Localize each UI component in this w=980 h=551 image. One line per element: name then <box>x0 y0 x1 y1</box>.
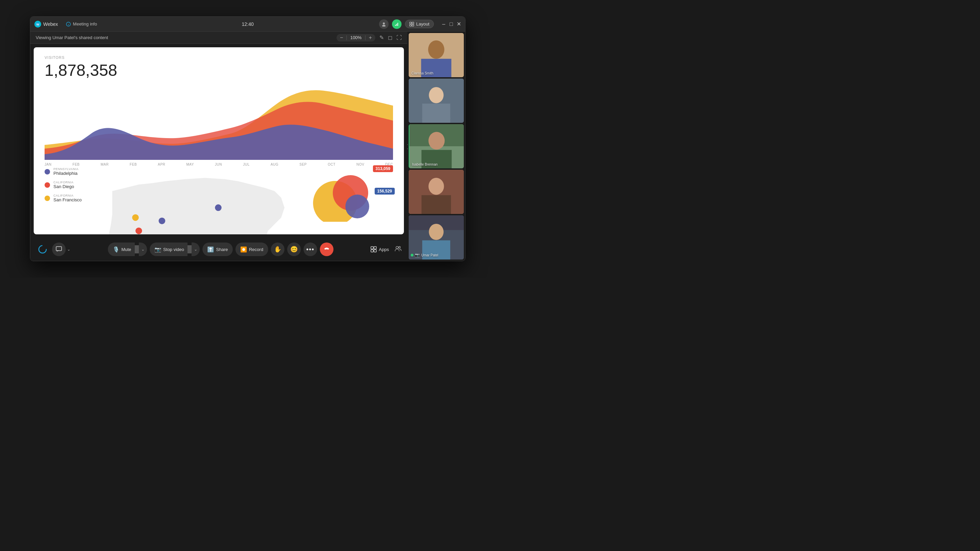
legend-text-sandiego: CALIFORNIA San Diego <box>53 181 74 189</box>
time-display: 12:40 <box>242 21 253 27</box>
reactions-icon: 😊 <box>290 246 298 253</box>
svg-point-13 <box>159 218 165 224</box>
chat-button-group[interactable]: ⌄ <box>52 243 70 256</box>
svg-rect-11 <box>410 24 411 26</box>
presenter-dot <box>411 254 414 256</box>
apps-button[interactable]: Apps <box>371 246 389 252</box>
screen-icon[interactable]: ◻ <box>388 34 392 41</box>
video-icon: 📷 <box>154 246 161 253</box>
svg-text:W: W <box>37 23 40 26</box>
bubble-label-blue: 156,529 <box>375 188 395 195</box>
video-thumb-umar[interactable]: 📷 Umar Patel <box>409 215 464 259</box>
us-map-svg <box>99 164 298 234</box>
svg-rect-21 <box>56 246 62 251</box>
layout-button[interactable]: Layout <box>405 20 434 28</box>
annotation-icon[interactable]: ✎ <box>379 34 384 41</box>
video-thumb-p4[interactable] <box>409 170 464 214</box>
svg-rect-25 <box>374 250 376 252</box>
svg-point-42 <box>428 178 444 195</box>
bubble-chart: 313,059 156,529 626,119 <box>305 164 393 234</box>
umar-presenter-indicator: 📷 Umar Patel <box>411 253 438 257</box>
video-thumb-p2[interactable] <box>409 79 464 123</box>
legend-item-sanfrancisco: CALIFORNIA San Francisco <box>45 194 92 202</box>
svg-point-19 <box>345 195 369 218</box>
dashboard-area: VISITORS 1,878,358 JAN <box>34 47 404 234</box>
share-button[interactable]: ⬆️ Share <box>202 243 233 256</box>
record-button[interactable]: ⏺️ Record <box>235 243 268 256</box>
chat-button[interactable] <box>52 243 66 256</box>
zoom-out-button[interactable]: − <box>340 35 343 40</box>
share-icon: ⬆️ <box>207 246 214 253</box>
legend-list: PENNSYLVANIA Philadelphia CALIFORNIA San… <box>45 164 92 234</box>
svg-rect-6 <box>395 25 396 26</box>
participant-video-p4 <box>409 170 464 214</box>
legend-city-sanfrancisco: San Francisco <box>53 197 82 202</box>
zoom-level: 100% <box>350 35 361 40</box>
webex-icon: W <box>34 21 41 27</box>
legend-dot-philadelphia <box>45 169 50 175</box>
webex-title: Webex <box>43 21 58 27</box>
zoom-control: − 100% + <box>337 34 375 41</box>
legend-item-philadelphia: PENNSYLVANIA Philadelphia <box>45 167 92 176</box>
legend-text-sanfrancisco: CALIFORNIA San Francisco <box>53 194 82 202</box>
mute-divider[interactable] <box>135 245 139 253</box>
svg-point-38 <box>428 132 445 150</box>
close-button[interactable]: ✕ <box>456 22 461 27</box>
share-label: Viewing Umar Patel's shared content <box>36 35 332 40</box>
stop-video-label: Stop video <box>163 247 184 252</box>
participants-button[interactable] <box>395 245 402 254</box>
chat-icon <box>56 246 62 252</box>
layout-label: Layout <box>416 21 430 27</box>
svg-point-20 <box>39 246 46 253</box>
minimize-button[interactable]: – <box>441 22 446 27</box>
svg-rect-9 <box>410 22 411 24</box>
title-bar-right: Layout – □ ✕ <box>319 19 461 29</box>
video-chevron[interactable]: ⌄ <box>192 243 200 256</box>
svg-point-33 <box>429 87 443 103</box>
dashboard-inner: VISITORS 1,878,358 JAN <box>34 47 404 234</box>
reactions-button[interactable]: 😊 <box>287 243 301 256</box>
raise-hand-button[interactable]: ✋ <box>271 243 285 256</box>
svg-rect-35 <box>422 104 450 123</box>
mute-button[interactable]: 🎙️ Mute <box>108 243 135 256</box>
end-call-button[interactable] <box>320 243 334 256</box>
maximize-button[interactable]: □ <box>449 22 453 27</box>
raise-hand-icon: ✋ <box>274 246 282 253</box>
svg-point-27 <box>398 246 400 248</box>
profile-icon-btn[interactable] <box>379 19 388 29</box>
webex-home-button[interactable] <box>36 243 49 256</box>
video-divider[interactable] <box>188 245 192 253</box>
svg-rect-7 <box>396 24 397 26</box>
window-controls: – □ ✕ <box>441 22 461 27</box>
svg-rect-12 <box>412 24 414 26</box>
zoom-in-button[interactable]: + <box>369 35 372 40</box>
mute-chevron[interactable]: ⌄ <box>139 243 147 256</box>
meeting-info-button[interactable]: i Meeting info <box>63 20 100 28</box>
signal-icon-btn[interactable] <box>392 19 401 29</box>
meeting-info-label: Meeting info <box>73 21 97 27</box>
participants-icon <box>395 245 402 252</box>
webex-logo: W Webex <box>34 21 58 27</box>
video-thumb-clarissa[interactable]: Clarissa Smith <box>409 33 464 77</box>
expand-icon[interactable]: ⛶ <box>396 35 402 41</box>
stop-video-button[interactable]: 📷 Stop video <box>150 243 188 256</box>
mute-button-group: 🎙️ Mute ⌄ <box>108 243 147 256</box>
svg-point-26 <box>396 246 398 249</box>
video-thumb-isabelle[interactable]: Isabelle Brennan <box>409 124 464 168</box>
svg-rect-23 <box>374 246 376 249</box>
chart-container: JAN FEB MAR FEB APR MAY JUN JUL AUG SEP … <box>45 85 393 160</box>
legend-dot-sandiego <box>45 182 50 188</box>
more-options-button[interactable]: ••• <box>304 243 317 256</box>
legend-state-ca1: CALIFORNIA <box>53 181 74 184</box>
bottom-section: PENNSYLVANIA Philadelphia CALIFORNIA San… <box>45 164 393 234</box>
toolbar-left: ⌄ <box>36 243 70 256</box>
record-icon: ⏺️ <box>240 246 247 253</box>
legend-text-philadelphia: PENNSYLVANIA Philadelphia <box>53 167 79 176</box>
bubble-label-red: 313,059 <box>373 165 393 172</box>
title-bar-center: 12:40 <box>177 21 319 27</box>
chat-chevron[interactable]: ⌄ <box>67 247 70 252</box>
svg-rect-44 <box>422 195 451 214</box>
share-icons: ✎ ◻ ⛶ <box>379 34 402 41</box>
apps-label: Apps <box>379 247 389 252</box>
svg-rect-10 <box>412 22 414 24</box>
